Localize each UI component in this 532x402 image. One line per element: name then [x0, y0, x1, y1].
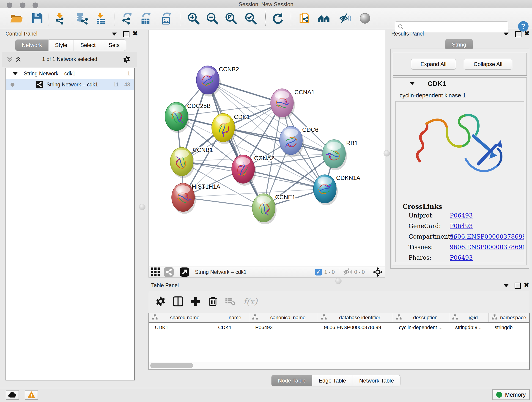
- table-options-gear-icon[interactable]: [155, 296, 166, 307]
- panel-collapse-icon[interactable]: [112, 32, 117, 36]
- column-header-id[interactable]: @id: [449, 313, 489, 322]
- delete-table-icon[interactable]: [225, 296, 235, 307]
- import-network-button[interactable]: [54, 12, 66, 25]
- horizontal-divider-handle[interactable]: [335, 278, 342, 284]
- crosslink-link[interactable]: P06493: [450, 212, 473, 219]
- toolbar-separator: [177, 268, 177, 276]
- panel-close-icon[interactable]: ✖: [524, 31, 530, 36]
- crosslink-link[interactable]: 9606.ENSP00000378699: [450, 233, 524, 240]
- birdseye-grid-icon[interactable]: [151, 267, 161, 277]
- export-network-button[interactable]: [121, 12, 133, 25]
- right-divider-handle[interactable]: [384, 150, 390, 157]
- scrollbar-thumb[interactable]: [150, 363, 193, 368]
- column-header-canonical-name[interactable]: canonical name: [249, 313, 318, 322]
- toolbar-separator: [49, 11, 49, 26]
- zoom-selected-button[interactable]: [244, 12, 257, 25]
- results-panel-title: Results Panel: [391, 31, 424, 37]
- preview-sphere-button[interactable]: [359, 12, 371, 25]
- refresh-layout-button[interactable]: [272, 12, 284, 25]
- crosslinks-title: CrossLinks: [403, 203, 442, 211]
- memory-status-dot: [496, 392, 502, 398]
- tab-select[interactable]: Select: [74, 39, 102, 51]
- panel-float-icon[interactable]: [515, 283, 521, 289]
- selected-checkbox-icon[interactable]: ✓: [315, 269, 322, 275]
- show-columns-icon[interactable]: [173, 296, 183, 307]
- zoom-fit-button[interactable]: [225, 12, 237, 25]
- table-row[interactable]: CDK1 CDK1 P06493 9606.ENSP00000378699 cy…: [149, 323, 529, 332]
- network-options-gear-icon[interactable]: [123, 56, 131, 63]
- detach-view-icon[interactable]: [180, 267, 189, 277]
- tab-style[interactable]: Style: [49, 39, 74, 51]
- search-input[interactable]: [405, 24, 508, 30]
- result-card-header[interactable]: CDK1: [393, 78, 526, 90]
- hidden-eye-slash-icon[interactable]: [343, 268, 352, 276]
- network-node[interactable]: [271, 89, 295, 119]
- panel-float-icon[interactable]: [515, 31, 521, 37]
- tab-node-table[interactable]: Node Table: [271, 375, 312, 386]
- tab-sets[interactable]: Sets: [102, 39, 126, 51]
- column-header-shared-name[interactable]: shared name: [149, 313, 212, 322]
- crosslink-link[interactable]: 9606.ENSP00000378699: [450, 244, 524, 250]
- tab-network-table[interactable]: Network Table: [353, 375, 401, 386]
- network-node-label: CDKN1A: [336, 174, 360, 181]
- tree-expand-icon[interactable]: [12, 72, 18, 75]
- crosslink-link[interactable]: P06493: [450, 223, 473, 230]
- cloud-status-button[interactable]: [6, 390, 19, 400]
- fit-content-crosshair-icon[interactable]: [373, 267, 383, 277]
- network-collection-row[interactable]: String Network – cdk1 1: [6, 68, 134, 79]
- export-image-button[interactable]: [160, 12, 172, 25]
- network-share-icon[interactable]: [164, 267, 174, 277]
- network-canvas[interactable]: CCNB2CCNA1CDC25BCDK1CDC6RB1CCNB1CCNA2CDK…: [148, 30, 385, 267]
- hide-unhide-button[interactable]: [339, 12, 351, 25]
- memory-label: Memory: [505, 391, 526, 398]
- network-node[interactable]: [252, 194, 277, 224]
- column-header-database-identifier[interactable]: database identifier: [318, 313, 393, 322]
- network-node[interactable]: [212, 114, 236, 144]
- network-node[interactable]: [170, 147, 195, 178]
- import-network-database-button[interactable]: [76, 12, 88, 25]
- import-table-button[interactable]: [95, 12, 107, 25]
- cell-shared-name: CDK1: [149, 323, 212, 332]
- expand-all-button[interactable]: Expand All: [411, 59, 456, 70]
- toolbar-separator: [180, 11, 180, 26]
- column-header-namespace[interactable]: namespace: [489, 313, 529, 322]
- string-query-button[interactable]: [318, 12, 330, 25]
- tab-network[interactable]: Network: [15, 39, 49, 51]
- network-node[interactable]: [313, 175, 338, 205]
- cell-name: CDK1: [212, 323, 249, 332]
- clone-network-button[interactable]: [298, 12, 310, 25]
- open-session-button[interactable]: [10, 12, 22, 25]
- panel-collapse-icon[interactable]: [504, 284, 509, 287]
- warning-status-button[interactable]: [25, 390, 38, 400]
- network-row[interactable]: String Network – cdk1 11 48: [6, 79, 134, 90]
- delete-column-trash-icon[interactable]: [208, 296, 218, 307]
- save-session-button[interactable]: [31, 12, 44, 25]
- panel-collapse-icon[interactable]: [504, 32, 509, 36]
- network-node[interactable]: [232, 155, 256, 186]
- left-divider-handle[interactable]: [139, 204, 146, 210]
- network-list-header: 1 of 1 Network selected: [2, 52, 137, 67]
- protein-structure-image: [408, 104, 509, 200]
- tab-edge-table[interactable]: Edge Table: [312, 375, 353, 386]
- status-bar: Memory: [0, 388, 532, 402]
- column-header-name[interactable]: name: [212, 313, 249, 322]
- zoom-out-button[interactable]: [206, 12, 218, 25]
- export-table-button[interactable]: [139, 12, 152, 25]
- network-node[interactable]: [165, 102, 189, 133]
- collapse-all-button[interactable]: Collapse All: [464, 59, 512, 70]
- network-node[interactable]: [323, 140, 347, 170]
- network-node[interactable]: [279, 126, 304, 157]
- panel-float-icon[interactable]: [123, 31, 129, 37]
- network-node[interactable]: [196, 66, 221, 96]
- zoom-in-button[interactable]: [187, 12, 200, 25]
- panel-close-icon[interactable]: ✖: [133, 31, 138, 36]
- memory-button[interactable]: Memory: [492, 389, 530, 400]
- card-collapse-icon[interactable]: [410, 82, 415, 85]
- create-column-plus-icon[interactable]: [190, 296, 201, 307]
- horizontal-scrollbar[interactable]: [149, 362, 529, 369]
- panel-close-icon[interactable]: ✖: [524, 283, 529, 288]
- network-node-label: CDC25B: [187, 102, 211, 109]
- crosslink-link[interactable]: P06493: [450, 254, 473, 261]
- search-icon: [395, 24, 405, 30]
- column-header-description[interactable]: description: [393, 313, 449, 322]
